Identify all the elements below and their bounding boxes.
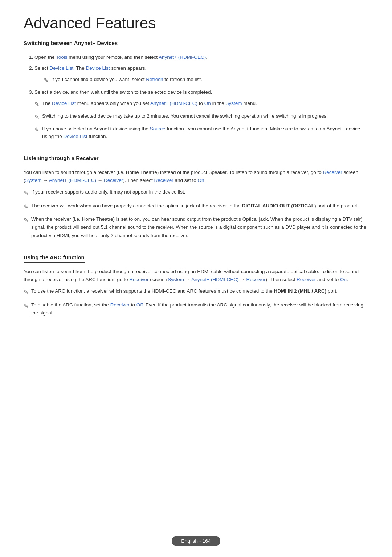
link-tools[interactable]: Tools	[56, 54, 68, 60]
note-text-1: If you cannot find a device you want, se…	[51, 76, 368, 84]
note-step3-2: ✎ Switching to the selected device may t…	[34, 112, 368, 122]
note-icon-9: ✎	[24, 301, 28, 311]
link-receiver-7[interactable]: Receiver	[110, 302, 130, 308]
note-icon-3: ✎	[34, 113, 39, 122]
link-device-list-2[interactable]: Device List	[86, 65, 110, 71]
link-system-3[interactable]: System	[168, 277, 184, 282]
note-text-9: To disable the ARC function, set the Rec…	[31, 301, 368, 317]
note-text-5: If your receiver supports audio only, it…	[31, 188, 185, 196]
section-listening: Listening through a Receiver You can lis…	[24, 155, 368, 240]
link-anynet-hdmi-cec-1[interactable]: Anynet+ (HDMI-CEC)	[159, 54, 206, 60]
arc-intro: You can listen to sound from the product…	[24, 268, 368, 284]
link-on-1[interactable]: On	[204, 101, 211, 106]
note-icon-6: ✎	[24, 202, 28, 212]
note-icon-2: ✎	[34, 100, 39, 109]
note-icon-4: ✎	[34, 125, 39, 135]
link-system-2[interactable]: System	[25, 178, 42, 183]
bold-digital-audio: DIGITAL AUDIO OUT (OPTICAL)	[242, 203, 316, 208]
note-icon-8: ✎	[24, 288, 28, 297]
note-step3-1: ✎ The Device List menu appears only when…	[34, 99, 368, 109]
link-anynet-hdmi-cec-3[interactable]: Anynet+ (HDMI-CEC)	[49, 178, 96, 183]
note-text-7: When the receiver (i.e. Home Theatre) is…	[31, 215, 368, 240]
link-anynet-hdmi-cec-2[interactable]: Anynet+ (HDMI-CEC)	[150, 101, 197, 106]
note-icon-1: ✎	[44, 76, 48, 85]
section-arc: Using the ARC function You can listen to…	[24, 254, 368, 317]
note-step3-3: ✎ If you have selected an Anynet+ device…	[34, 125, 368, 141]
note-text-2: The Device List menu appears only when y…	[42, 99, 368, 107]
link-off[interactable]: Off	[136, 302, 143, 308]
link-refresh[interactable]: Refresh	[146, 77, 163, 82]
note-listening-1: ✎ If your receiver supports audio only, …	[24, 188, 368, 198]
link-receiver-4[interactable]: Receiver	[129, 277, 148, 282]
note-step2: ✎ If you cannot find a device you want, …	[44, 76, 368, 85]
link-on-2[interactable]: On	[198, 178, 204, 183]
note-icon-5: ✎	[24, 188, 28, 198]
note-text-4: If you have selected an Anynet+ device u…	[42, 125, 368, 141]
link-device-list-1[interactable]: Device List	[49, 65, 73, 71]
note-text-6: The receiver will work when you have pro…	[31, 202, 359, 210]
step-2: Select Device List. The Device List scre…	[34, 64, 368, 72]
note-arc-2: ✎ To disable the ARC function, set the R…	[24, 301, 368, 317]
link-device-list-4[interactable]: Device List	[64, 134, 87, 139]
note-listening-3: ✎ When the receiver (i.e. Home Theatre) …	[24, 215, 368, 240]
footer-bar: English - 164	[0, 536, 392, 546]
link-receiver-6[interactable]: Receiver	[297, 277, 316, 282]
section-switching: Switching between Anynet+ Devices Open t…	[24, 40, 368, 141]
link-device-list-3[interactable]: Device List	[52, 101, 76, 106]
steps-list-3: Select a device, and then wait until the…	[24, 88, 368, 96]
step-3: Select a device, and then wait until the…	[34, 88, 368, 96]
section-heading-listening: Listening through a Receiver	[24, 155, 368, 168]
link-on-3[interactable]: On	[340, 277, 347, 282]
note-text-3: Switching to the selected device may tak…	[42, 112, 368, 120]
page-container: Advanced Features Switching between Anyn…	[0, 0, 392, 361]
link-receiver-2[interactable]: Receiver	[104, 178, 123, 183]
note-arc-1: ✎ To use the ARC function, a receiver wh…	[24, 287, 368, 297]
link-anynet-hdmi-cec-4[interactable]: Anynet+ (HDMI-CEC)	[191, 277, 238, 282]
note-icon-7: ✎	[24, 216, 28, 225]
section-heading-arc: Using the ARC function	[24, 254, 368, 268]
link-source[interactable]: Source	[150, 126, 166, 131]
link-receiver-3[interactable]: Receiver	[154, 178, 173, 183]
section-heading-switching: Switching between Anynet+ Devices	[24, 40, 368, 53]
note-text-8: To use the ARC function, a receiver whic…	[31, 287, 338, 295]
page-title: Advanced Features	[24, 15, 368, 32]
note-listening-2: ✎ The receiver will work when you have p…	[24, 202, 368, 212]
steps-list: Open the Tools menu using your remote, a…	[24, 53, 368, 72]
footer-page-number: English - 164	[172, 536, 220, 546]
bold-hdmi-in-2: HDMI IN 2 (MHL / ARC)	[274, 288, 327, 294]
listening-intro: You can listen to sound through a receiv…	[24, 168, 368, 185]
link-receiver-5[interactable]: Receiver	[246, 277, 265, 282]
link-system-1[interactable]: System	[225, 101, 242, 106]
link-receiver-1[interactable]: Receiver	[323, 170, 342, 175]
step-1: Open the Tools menu using your remote, a…	[34, 53, 368, 61]
